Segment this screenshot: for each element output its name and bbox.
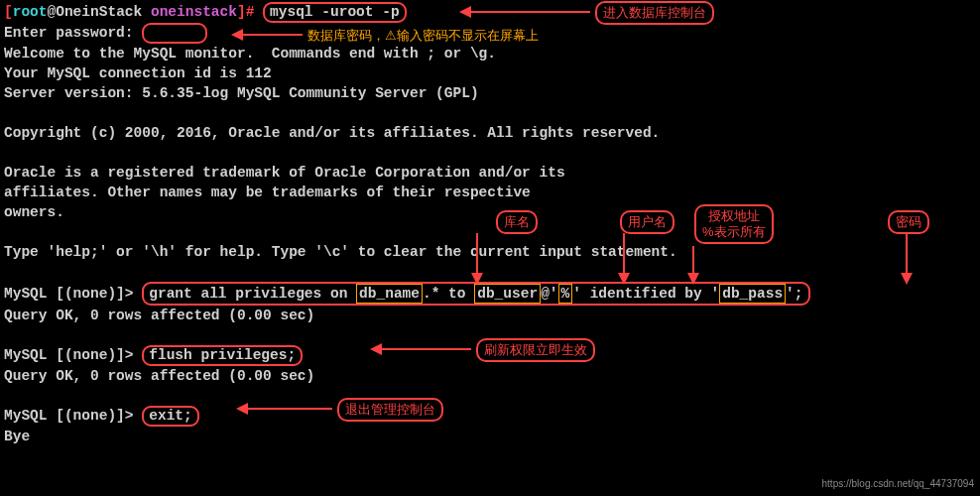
bye-line: Bye xyxy=(4,427,976,446)
empty-password xyxy=(142,23,207,44)
blank xyxy=(4,103,976,123)
arrow-password-note xyxy=(233,34,303,36)
arrow-dbname xyxy=(476,233,478,283)
bracket: [ xyxy=(4,4,13,20)
conn-id-line: Your MySQL connection id is 112 xyxy=(4,63,976,83)
arrow-flush xyxy=(372,348,471,350)
arrow-grant-addr xyxy=(692,246,694,283)
arrow-password xyxy=(906,233,908,283)
blank xyxy=(4,222,976,242)
exit-cmd: exit; xyxy=(142,406,199,427)
callout-username: 用户名 xyxy=(620,210,674,234)
host-box: % xyxy=(558,284,573,304)
db-pass-box: db_pass xyxy=(719,284,786,304)
welcome-line: Welcome to the MySQL monitor. Commands e… xyxy=(4,44,976,63)
blank xyxy=(4,386,976,406)
grant-line: MySQL [(none)]> grant all privileges on … xyxy=(4,282,976,306)
at-host: @OneinStack xyxy=(48,4,151,20)
arrow-exit xyxy=(238,408,332,410)
callout-exit: 退出管理控制台 xyxy=(337,398,443,422)
exit-line: MySQL [(none)]> exit; xyxy=(4,406,976,427)
blank xyxy=(4,143,976,163)
dir: oneinstack xyxy=(151,4,237,20)
callout-flush: 刷新权限立即生效 xyxy=(476,338,595,362)
copyright-line: Copyright (c) 2000, 2016, Oracle and/or … xyxy=(4,123,976,143)
query-ok-1: Query OK, 0 rows affected (0.00 sec) xyxy=(4,306,976,325)
watermark: https://blog.csdn.net/qq_44737094 xyxy=(822,474,974,494)
callout-enter-console: 进入数据库控制台 xyxy=(595,1,714,25)
query-ok-2: Query OK, 0 rows affected (0.00 sec) xyxy=(4,366,976,386)
callout-grant-addr: 授权地址%表示所有 xyxy=(694,204,774,244)
grant-statement: grant all privileges on db_name.* to db_… xyxy=(142,282,809,306)
callout-dbname: 库名 xyxy=(496,210,538,234)
bracket-close: ]# xyxy=(237,4,263,20)
trademark-line-2: affiliates. Other names may be trademark… xyxy=(4,183,976,202)
db-user-box: db_user xyxy=(474,284,541,304)
callout-password: 密码 xyxy=(888,210,929,234)
arrow-enter-console xyxy=(461,11,590,13)
cmd-mysql: mysql -uroot -p xyxy=(263,2,407,23)
arrow-username xyxy=(623,233,625,283)
help-line: Type 'help;' or '\h' for help. Type '\c'… xyxy=(4,242,976,262)
callout-password-note: 数据库密码，⚠输入密码不显示在屏幕上 xyxy=(307,26,539,46)
blank xyxy=(4,262,976,282)
trademark-line-1: Oracle is a registered trademark of Orac… xyxy=(4,163,976,183)
db-name-box: db_name xyxy=(356,284,423,304)
flush-cmd: flush privileges; xyxy=(142,345,303,366)
server-version-line: Server version: 5.6.35-log MySQL Communi… xyxy=(4,83,976,103)
user: root xyxy=(13,4,48,20)
trademark-line-3: owners. xyxy=(4,202,976,222)
